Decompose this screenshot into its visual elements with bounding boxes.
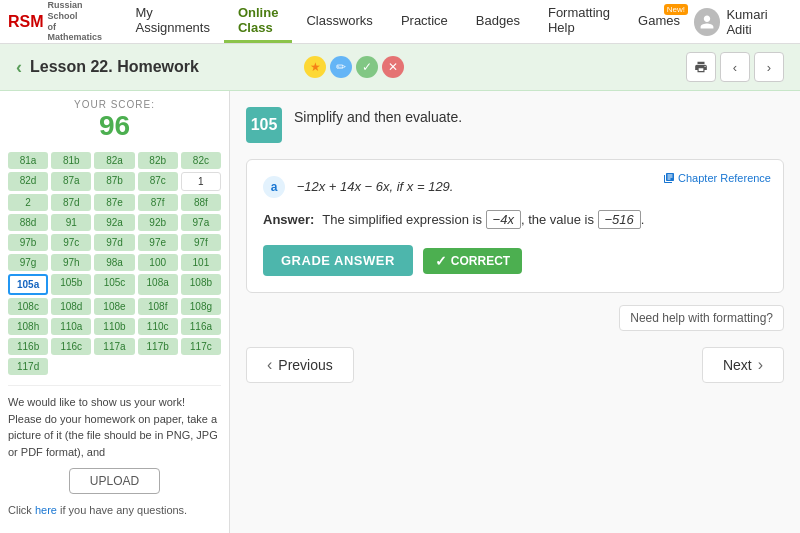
problem-cell-81b[interactable]: 81b	[51, 152, 91, 169]
problem-cell-1[interactable]: 1	[181, 172, 221, 191]
back-button[interactable]: ‹	[16, 57, 22, 78]
problem-cell-110c[interactable]: 110c	[138, 318, 178, 335]
problem-cell-117c[interactable]: 117c	[181, 338, 221, 355]
format-help: Need help with formatting?	[246, 305, 784, 331]
problem-cell-97c[interactable]: 97c	[51, 234, 91, 251]
problem-cell-97f[interactable]: 97f	[181, 234, 221, 251]
tab-online-class[interactable]: Online Class	[224, 0, 292, 43]
avatar	[694, 8, 720, 36]
problem-cell-116b[interactable]: 116b	[8, 338, 48, 355]
problem-cell-101[interactable]: 101	[181, 254, 221, 271]
tab-classworks[interactable]: Classworks	[292, 0, 386, 43]
main-content: YOUR SCORE: 96 81a81b82a82b82c82d87a87b8…	[0, 91, 800, 533]
score-area: YOUR SCORE: 96	[8, 99, 221, 142]
answer-label: Answer:	[263, 212, 314, 227]
problem-cell-108f[interactable]: 108f	[138, 298, 178, 315]
problem-cell-92a[interactable]: 92a	[94, 214, 134, 231]
problem-cell-98a[interactable]: 98a	[94, 254, 134, 271]
part-label: a	[263, 176, 285, 198]
x-icon: ✕	[382, 56, 404, 78]
problem-cell-108c[interactable]: 108c	[8, 298, 48, 315]
format-help-button[interactable]: Need help with formatting?	[619, 305, 784, 331]
problem-cell-100[interactable]: 100	[138, 254, 178, 271]
problem-cell-108d[interactable]: 108d	[51, 298, 91, 315]
expression-box: −4x	[486, 210, 521, 229]
problem-cell-108e[interactable]: 108e	[94, 298, 134, 315]
problem-cell-87e[interactable]: 87e	[94, 194, 134, 211]
grade-row: GRADE ANSWER ✓ CORRECT	[263, 245, 767, 276]
problem-cell-2[interactable]: 2	[8, 194, 48, 211]
grade-answer-button[interactable]: GRADE ANSWER	[263, 245, 413, 276]
problem-cell-108b[interactable]: 108b	[181, 274, 221, 295]
next-arrow-icon: ›	[758, 356, 763, 374]
problem-cell-110a[interactable]: 110a	[51, 318, 91, 335]
value-box: −516	[598, 210, 641, 229]
prev-nav-button[interactable]: ‹	[720, 52, 750, 82]
problem-cell-108g[interactable]: 108g	[181, 298, 221, 315]
problem-cell-88d[interactable]: 88d	[8, 214, 48, 231]
tab-badges[interactable]: Badges	[462, 0, 534, 43]
chapter-reference-button[interactable]: Chapter Reference	[663, 172, 771, 184]
question-number: 105	[246, 107, 282, 143]
answer-text: The simplified expression is −4x, the va…	[322, 210, 644, 229]
problem-cell-117a[interactable]: 117a	[94, 338, 134, 355]
user-name: Kumari Aditi	[726, 7, 792, 37]
upload-text: We would like to show us your work!Pleas…	[8, 394, 221, 460]
user-area: Kumari Aditi	[694, 7, 792, 37]
tab-games[interactable]: Games New!	[624, 0, 694, 43]
tab-my-assignments[interactable]: My Assignments	[122, 0, 224, 43]
click-here-text: Click here if you have any questions.	[8, 502, 221, 519]
problem-cell-116a[interactable]: 116a	[181, 318, 221, 335]
previous-label: Previous	[278, 357, 332, 373]
right-panel: 105 Simplify and then evaluate. a −12x +…	[230, 91, 800, 533]
here-link[interactable]: here	[35, 504, 57, 516]
star-icon: ★	[304, 56, 326, 78]
tab-formatting-help[interactable]: Formatting Help	[534, 0, 624, 43]
question-header: 105 Simplify and then evaluate.	[246, 107, 784, 143]
problem-cell-82b[interactable]: 82b	[138, 152, 178, 169]
lesson-title: Lesson 22. Homework	[30, 58, 296, 76]
next-nav-button[interactable]: ›	[754, 52, 784, 82]
problem-cell-117b[interactable]: 117b	[138, 338, 178, 355]
problem-cell-105b[interactable]: 105b	[51, 274, 91, 295]
problem-cell-87b[interactable]: 87b	[94, 172, 134, 191]
question-instruction: Simplify and then evaluate.	[294, 107, 784, 128]
answer-row: Answer: The simplified expression is −4x…	[263, 210, 767, 229]
problem-grid: 81a81b82a82b82c82d87a87b87c1287d87e87f88…	[8, 152, 221, 375]
problem-cell-105c[interactable]: 105c	[94, 274, 134, 295]
problem-cell-87d[interactable]: 87d	[51, 194, 91, 211]
top-navigation: RSM Russian Schoolof Mathematics My Assi…	[0, 0, 800, 44]
problem-cell-117d[interactable]: 117d	[8, 358, 48, 375]
problem-cell-97a[interactable]: 97a	[181, 214, 221, 231]
problem-cell-116c[interactable]: 116c	[51, 338, 91, 355]
problem-cell-97b[interactable]: 97b	[8, 234, 48, 251]
problem-statement: −12x + 14x − 6x, if x = 129.	[297, 179, 454, 194]
problem-cell-97d[interactable]: 97d	[94, 234, 134, 251]
tab-practice[interactable]: Practice	[387, 0, 462, 43]
problem-cell-82d[interactable]: 82d	[8, 172, 48, 191]
upload-area: We would like to show us your work!Pleas…	[8, 385, 221, 519]
problem-cell-87f[interactable]: 87f	[138, 194, 178, 211]
problem-cell-105a[interactable]: 105a	[8, 274, 48, 295]
problem-cell-110b[interactable]: 110b	[94, 318, 134, 335]
problem-cell-97g[interactable]: 97g	[8, 254, 48, 271]
problem-cell-87a[interactable]: 87a	[51, 172, 91, 191]
problem-cell-87c[interactable]: 87c	[138, 172, 178, 191]
upload-button[interactable]: UPLOAD	[69, 468, 160, 494]
problem-cell-81a[interactable]: 81a	[8, 152, 48, 169]
problem-cell-88f[interactable]: 88f	[181, 194, 221, 211]
problem-cell-82a[interactable]: 82a	[94, 152, 134, 169]
problem-cell-97e[interactable]: 97e	[138, 234, 178, 251]
problem-cell-91[interactable]: 91	[51, 214, 91, 231]
problem-cell-108h[interactable]: 108h	[8, 318, 48, 335]
previous-button[interactable]: ‹ Previous	[246, 347, 354, 383]
chapter-ref-label: Chapter Reference	[678, 172, 771, 184]
next-button[interactable]: Next ›	[702, 347, 784, 383]
correct-badge: ✓ CORRECT	[423, 248, 522, 274]
problem-cell-92b[interactable]: 92b	[138, 214, 178, 231]
previous-arrow-icon: ‹	[267, 356, 272, 374]
problem-cell-108a[interactable]: 108a	[138, 274, 178, 295]
problem-cell-97h[interactable]: 97h	[51, 254, 91, 271]
print-button[interactable]	[686, 52, 716, 82]
problem-cell-82c[interactable]: 82c	[181, 152, 221, 169]
